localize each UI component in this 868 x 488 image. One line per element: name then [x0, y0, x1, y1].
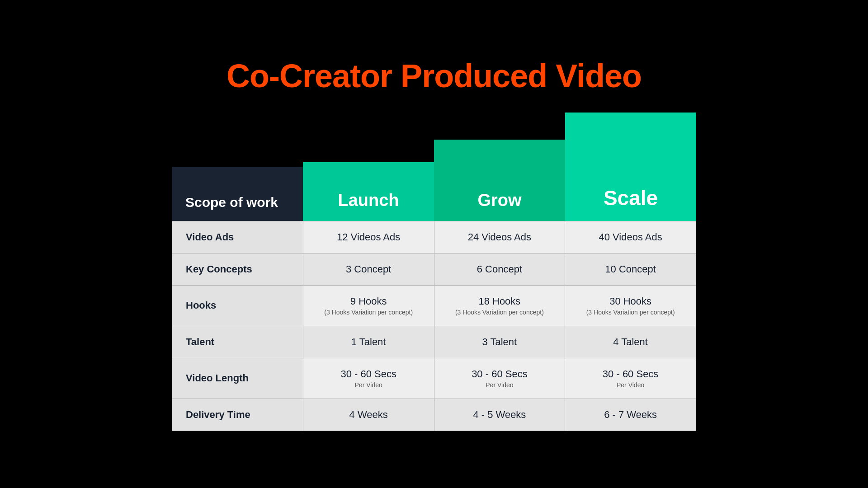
row-label-delivery-time: Delivery Time	[172, 399, 303, 431]
row-label-video-length: Video Length	[172, 358, 303, 399]
cell-video-length-col1: 30 - 60 SecsPer Video	[303, 358, 434, 399]
row-label-hooks: Hooks	[172, 285, 303, 326]
row-label-key-concepts: Key Concepts	[172, 253, 303, 285]
table-row: Hooks9 Hooks(3 Hooks Variation per conce…	[172, 285, 696, 326]
cell-delivery-time-col2: 4 - 5 Weeks	[434, 399, 565, 431]
cell-video-length-col3: 30 - 60 SecsPer Video	[565, 358, 696, 399]
table-header: Scope of work Launch Grow Scale	[172, 113, 696, 221]
header-grow: Grow	[434, 140, 565, 221]
cell-video-ads-col2: 24 Videos Ads	[434, 221, 565, 253]
cell-hooks-col1: 9 Hooks(3 Hooks Variation per concept)	[303, 285, 434, 326]
cell-delivery-time-col1: 4 Weeks	[303, 399, 434, 431]
table-row: Video Length30 - 60 SecsPer Video30 - 60…	[172, 358, 696, 399]
table-row: Talent1 Talent3 Talent4 Talent	[172, 326, 696, 358]
table-row: Video Ads12 Videos Ads24 Videos Ads40 Vi…	[172, 221, 696, 253]
cell-talent-col1: 1 Talent	[303, 326, 434, 358]
cell-hooks-col3: 30 Hooks(3 Hooks Variation per concept)	[565, 285, 696, 326]
table-row: Delivery Time4 Weeks4 - 5 Weeks6 - 7 Wee…	[172, 399, 696, 431]
cell-video-ads-col3: 40 Videos Ads	[565, 221, 696, 253]
cell-talent-col3: 4 Talent	[565, 326, 696, 358]
page-title: Co-Creator Produced Video	[226, 57, 642, 94]
cell-key-concepts-col1: 3 Concept	[303, 253, 434, 285]
cell-key-concepts-col2: 6 Concept	[434, 253, 565, 285]
header-scale: Scale	[565, 113, 696, 221]
cell-delivery-time-col3: 6 - 7 Weeks	[565, 399, 696, 431]
data-table: Video Ads12 Videos Ads24 Videos Ads40 Vi…	[172, 221, 696, 431]
cell-hooks-col2: 18 Hooks(3 Hooks Variation per concept)	[434, 285, 565, 326]
header-launch: Launch	[303, 162, 434, 221]
cell-video-length-col2: 30 - 60 SecsPer Video	[434, 358, 565, 399]
row-label-video-ads: Video Ads	[172, 221, 303, 253]
cell-talent-col2: 3 Talent	[434, 326, 565, 358]
header-scope: Scope of work	[172, 167, 303, 221]
cell-key-concepts-col3: 10 Concept	[565, 253, 696, 285]
row-label-talent: Talent	[172, 326, 303, 358]
table-row: Key Concepts3 Concept6 Concept10 Concept	[172, 253, 696, 285]
cell-video-ads-col1: 12 Videos Ads	[303, 221, 434, 253]
